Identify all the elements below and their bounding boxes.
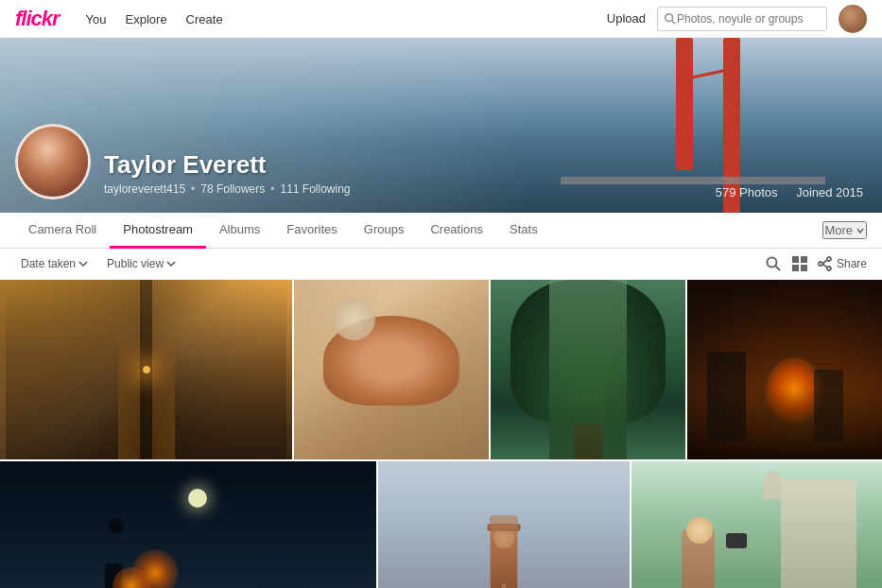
svg-line-12 [822, 264, 827, 268]
hero-stats: 579 Photos Joined 2015 [700, 185, 863, 199]
search-bar [657, 7, 827, 31]
user-avatar[interactable] [839, 5, 867, 33]
following-count[interactable]: 111 Following [281, 182, 351, 196]
photos-count: 579 Photos [716, 185, 778, 199]
date-taken-label: Date taken [21, 257, 76, 270]
toolbar-right-actions: Share [765, 255, 867, 272]
date-taken-filter[interactable]: Date taken [15, 254, 94, 273]
svg-line-1 [672, 20, 676, 24]
photo-grid [0, 280, 882, 588]
nav-links: You Explore Create [78, 10, 607, 27]
svg-point-0 [666, 13, 673, 21]
nav-link-create[interactable]: Create [179, 9, 231, 30]
grid-icon [791, 255, 808, 272]
svg-line-11 [822, 260, 827, 264]
tab-albums-link[interactable]: Albums [206, 213, 273, 249]
tab-albums[interactable]: Albums [206, 213, 273, 249]
search-input[interactable] [677, 12, 809, 26]
tab-creations-link[interactable]: Creations [417, 213, 496, 249]
profile-avatar[interactable] [15, 124, 91, 199]
nav-item-explore[interactable]: Explore [118, 10, 175, 27]
svg-point-9 [827, 267, 831, 270]
svg-point-2 [767, 258, 776, 268]
tab-favorites[interactable]: Favorites [273, 213, 350, 249]
flickr-logo[interactable]: flickr [15, 7, 60, 31]
svg-line-3 [775, 267, 780, 271]
search-icon [664, 12, 677, 26]
svg-rect-5 [801, 256, 807, 263]
tab-creations[interactable]: Creations [417, 213, 496, 249]
tab-stats-link[interactable]: Stats [496, 213, 551, 249]
nav-item-create[interactable]: Create [179, 10, 231, 27]
hero-banner: Taylor Everett tayloreverett415 • 78 Fol… [0, 38, 882, 213]
profile-avatar-image [18, 127, 88, 197]
svg-point-8 [827, 257, 831, 261]
photo-tree[interactable] [491, 280, 685, 459]
more-label: More [824, 223, 853, 237]
upload-button[interactable]: Upload [607, 11, 646, 26]
view-toggle-button[interactable] [791, 255, 808, 272]
user-info: Taylor Everett tayloreverett415 • 78 Fol… [104, 150, 351, 199]
svg-rect-6 [792, 265, 799, 271]
public-view-label: Public view [107, 257, 164, 270]
separator2: • [270, 182, 274, 196]
chevron-down-icon-view [166, 259, 176, 268]
tab-camera-roll[interactable]: Camera Roll [15, 213, 110, 249]
photo-fire-crowd[interactable] [687, 280, 882, 459]
avatar-image [839, 5, 867, 33]
nav-link-you[interactable]: You [78, 9, 114, 30]
tab-photostream[interactable]: Photostream [110, 213, 206, 249]
followers-count[interactable]: 78 Followers [200, 182, 265, 196]
joined-date: Joined 2015 [796, 185, 863, 199]
nav-item-you[interactable]: You [78, 10, 114, 27]
profile-nav-tabs: Camera Roll Photostream Albums Favorites… [15, 213, 822, 249]
tab-stats[interactable]: Stats [496, 213, 551, 249]
profile-navigation: Camera Roll Photostream Albums Favorites… [0, 213, 882, 249]
share-button[interactable]: Share [818, 256, 867, 271]
tab-favorites-link[interactable]: Favorites [273, 213, 350, 249]
photo-row-1 [0, 280, 882, 459]
photo-campfire-night[interactable] [0, 461, 376, 588]
photo-row-2 [0, 461, 882, 588]
search-photos-button[interactable] [765, 255, 782, 272]
top-navigation: flickr You Explore Create Upload [0, 0, 882, 38]
chevron-down-icon-date [78, 259, 88, 268]
svg-point-10 [819, 262, 822, 266]
search-icon [765, 255, 782, 272]
separator: • [191, 182, 195, 196]
nav-link-explore[interactable]: Explore [118, 9, 175, 30]
photo-croissant[interactable] [294, 280, 489, 459]
tab-groups-link[interactable]: Groups [351, 213, 418, 249]
username: tayloreverett415 [104, 182, 185, 196]
share-label: Share [837, 257, 867, 270]
user-meta: tayloreverett415 • 78 Followers • 111 Fo… [104, 182, 351, 196]
tab-groups[interactable]: Groups [351, 213, 418, 249]
photo-tourist-city[interactable] [631, 461, 882, 588]
photo-woman-road[interactable] [378, 461, 629, 588]
photo-alley[interactable] [0, 280, 292, 459]
photo-toolbar: Date taken Public view Share [0, 249, 882, 280]
svg-rect-7 [801, 265, 807, 271]
hero-user-section: Taylor Everett tayloreverett415 • 78 Fol… [15, 124, 351, 199]
nav-right: Upload [607, 5, 867, 33]
user-display-name: Taylor Everett [104, 150, 351, 180]
tab-photostream-link[interactable]: Photostream [110, 213, 206, 249]
svg-rect-4 [792, 256, 799, 263]
more-button[interactable]: More [822, 221, 867, 239]
public-view-filter[interactable]: Public view [101, 254, 182, 273]
chevron-down-icon [856, 226, 865, 235]
tab-camera-roll-link[interactable]: Camera Roll [15, 213, 110, 249]
share-icon [818, 256, 833, 271]
